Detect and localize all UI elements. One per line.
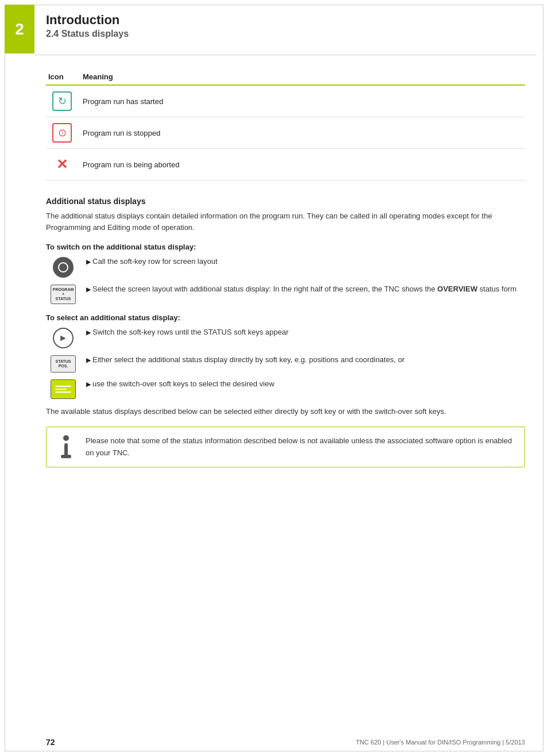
main-content: Icon Meaning ↻ Program run has started ⊙… xyxy=(34,63,537,473)
note-icon-body xyxy=(64,443,68,456)
footer: 72 TNC 620 | User's Manual for DIN/ISO P… xyxy=(34,738,537,747)
switch-line-3 xyxy=(55,392,71,393)
arrow-right-softkey-icon: ► xyxy=(46,327,80,348)
meaning-aborted: Program run is being aborted xyxy=(80,149,525,181)
additional-paragraph: The additional status displays contain d… xyxy=(46,210,525,233)
table-row: ↻ Program run has started xyxy=(46,85,525,117)
table-row: ⊙ Program run is stopped xyxy=(46,117,525,149)
meaning-stopped: Program run is stopped xyxy=(80,117,525,149)
page-number: 72 xyxy=(46,738,55,747)
footer-document: TNC 620 | User's Manual for DIN/ISO Prog… xyxy=(356,739,525,746)
header-divider xyxy=(34,55,537,55)
note-icon-wrapper xyxy=(61,435,71,458)
chapter-tab: 2 xyxy=(5,5,34,53)
program-stopped-icon: ⊙ xyxy=(52,123,72,143)
table-header-meaning: Meaning xyxy=(80,69,525,85)
note-icon-circle xyxy=(63,435,69,441)
select-step-3: use the switch-over soft keys to select … xyxy=(46,378,525,399)
switch-lines-softkey-icon xyxy=(46,378,80,399)
switch-on-label: To switch on the additional status displ… xyxy=(46,243,525,251)
note-text: Please note that some of the status info… xyxy=(86,435,515,458)
switch-on-step-2-text: Select the screen layout with additional… xyxy=(80,283,525,295)
program-status-softkey-icon: PROGRAM + STATUS xyxy=(46,283,80,304)
softkey-switch-lines xyxy=(51,379,76,399)
select-step-1-text: Switch the soft-key rows until the STATU… xyxy=(80,327,525,338)
program-started-icon: ↻ xyxy=(52,91,72,111)
circle-softkey-icon xyxy=(46,256,80,278)
chapter-number: 2 xyxy=(15,20,24,39)
select-step-2: STATUS POS. Either select the additional… xyxy=(46,354,525,373)
select-step-3-text: use the switch-over soft keys to select … xyxy=(80,378,525,390)
switch-line-2 xyxy=(55,389,67,390)
icon-cell-stopped: ⊙ xyxy=(46,117,80,149)
meaning-started: Program run has started xyxy=(80,85,525,117)
softkey-arrow-right: ► xyxy=(53,328,74,348)
additional-section-title: Additional status displays xyxy=(46,197,525,206)
chapter-title: Introduction xyxy=(46,13,525,28)
icon-cell-aborted: ✕ xyxy=(46,149,80,181)
header: Introduction 2.4 Status displays xyxy=(34,5,537,45)
table-header-icon: Icon xyxy=(46,69,80,85)
program-abort-icon: ✕ xyxy=(52,155,72,174)
page-border-right xyxy=(543,5,543,751)
page-border-bottom xyxy=(5,751,543,751)
note-icon xyxy=(56,435,76,458)
switch-on-step-2: PROGRAM + STATUS Select the screen layou… xyxy=(46,283,525,304)
switch-on-step-1-text: Call the soft-key row for screen layout xyxy=(80,256,525,267)
softkey-circle xyxy=(53,257,74,278)
select-step-2-text: Either select the additional status disp… xyxy=(80,354,525,366)
select-label: To select an additional status display: xyxy=(46,313,525,322)
select-step-1: ► Switch the soft-key rows until the STA… xyxy=(46,327,525,348)
switch-lines-graphic xyxy=(53,383,74,395)
additional-paragraph2: The available status displays described … xyxy=(46,406,525,417)
status-table: Icon Meaning ↻ Program run has started ⊙… xyxy=(46,69,525,181)
note-icon-foot xyxy=(61,455,71,458)
softkey-circle-inner xyxy=(58,262,68,273)
table-row: ✕ Program run is being aborted xyxy=(46,149,525,181)
softkey-program-status: PROGRAM + STATUS xyxy=(51,285,76,304)
icon-cell-started: ↻ xyxy=(46,85,80,117)
switch-on-step-1: Call the soft-key row for screen layout xyxy=(46,256,525,278)
note-box: Please note that some of the status info… xyxy=(46,427,525,467)
page-border-left xyxy=(5,5,5,751)
section-title: 2.4 Status displays xyxy=(46,29,525,39)
status-pos-softkey-icon: STATUS POS. xyxy=(46,354,80,373)
switch-line-1 xyxy=(55,386,71,387)
softkey-status-pos: STATUS POS. xyxy=(51,355,76,373)
